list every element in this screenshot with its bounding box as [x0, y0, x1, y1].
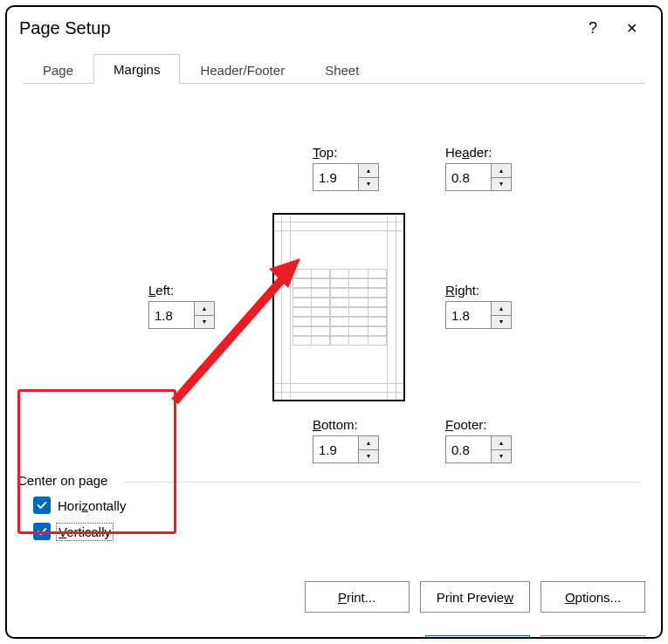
margin-left-field: Left: ▲ ▼	[148, 283, 215, 329]
margin-right-down[interactable]: ▼	[491, 315, 512, 330]
margin-top-input[interactable]	[313, 163, 358, 191]
margin-right-input[interactable]	[445, 301, 491, 329]
margin-right-field: Right: ▲ ▼	[445, 283, 512, 329]
margin-bottom-field: Bottom: ▲ ▼	[313, 417, 379, 463]
margin-left-down[interactable]: ▼	[194, 315, 215, 330]
tab-strip: Page Margins Header/Footer Sheet	[23, 49, 645, 84]
margin-top-down[interactable]: ▼	[358, 177, 379, 192]
margin-footer-input[interactable]	[445, 435, 491, 463]
print-preview-button[interactable]: Print Preview	[420, 581, 530, 613]
margin-footer-field: Footer: ▲ ▼	[445, 417, 512, 463]
tab-headerfooter[interactable]: Header/Footer	[180, 55, 305, 84]
margin-left-input[interactable]	[148, 301, 194, 329]
margin-top-up[interactable]: ▲	[358, 163, 379, 177]
tab-page[interactable]: Page	[23, 55, 93, 84]
titlebar: Page Setup ? ✕	[7, 7, 661, 47]
margin-bottom-down[interactable]: ▼	[358, 449, 379, 464]
margin-footer-down[interactable]: ▼	[491, 449, 512, 464]
ok-button[interactable]: OK	[425, 635, 530, 639]
tab-margins[interactable]: Margins	[93, 54, 180, 84]
margin-top-label: Top:	[313, 145, 379, 160]
button-row-upper: Print... Print Preview Options...	[305, 581, 645, 613]
margin-header-label: Header:	[445, 145, 512, 160]
options-button[interactable]: Options...	[541, 581, 645, 613]
button-row-lower: OK Cancel	[425, 635, 645, 639]
dialog-title: Page Setup	[19, 18, 574, 38]
margin-bottom-label: Bottom:	[313, 417, 379, 432]
margin-header-down[interactable]: ▼	[491, 177, 512, 192]
margin-header-up[interactable]: ▲	[491, 163, 512, 177]
margin-preview	[272, 213, 405, 401]
margin-left-up[interactable]: ▲	[194, 301, 215, 315]
close-button[interactable]: ✕	[612, 20, 651, 37]
margin-bottom-up[interactable]: ▲	[358, 435, 379, 449]
print-button[interactable]: Print...	[305, 581, 410, 613]
margin-header-field: Header: ▲ ▼	[445, 145, 512, 191]
margin-left-label: Left:	[148, 283, 215, 298]
margin-right-up[interactable]: ▲	[491, 301, 512, 315]
tab-sheet[interactable]: Sheet	[305, 55, 379, 84]
margin-header-input[interactable]	[445, 163, 491, 191]
help-button[interactable]: ?	[574, 19, 612, 38]
page-setup-dialog: Page Setup ? ✕ Page Margins Header/Foote…	[5, 5, 663, 639]
margin-top-field: Top: ▲ ▼	[313, 145, 379, 191]
margin-footer-up[interactable]: ▲	[491, 435, 512, 449]
margin-right-label: Right:	[445, 283, 512, 298]
cancel-button[interactable]: Cancel	[541, 635, 645, 639]
margin-bottom-input[interactable]	[313, 435, 358, 463]
margin-footer-label: Footer:	[445, 417, 512, 432]
annotation-rectangle	[17, 389, 176, 534]
dialog-content: Page Margins Header/Footer Sheet Top: ▲ …	[7, 49, 661, 639]
